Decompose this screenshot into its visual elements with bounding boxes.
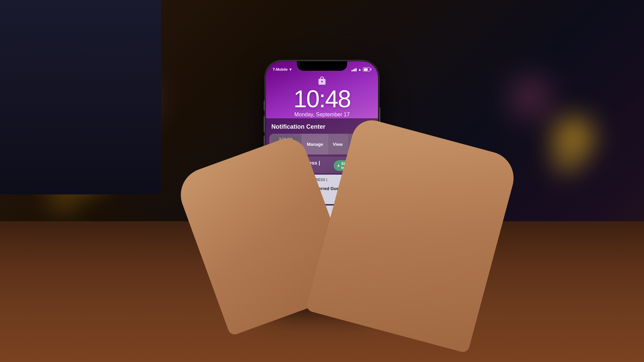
time-display: 10:48 Monday, September 17 — [266, 85, 378, 118]
clock-time: 10:48 — [266, 87, 378, 111]
carrier-label: T-Mobile ▼ — [273, 67, 292, 71]
clock-date: Monday, September 17 — [266, 112, 378, 118]
bokeh-light — [517, 84, 543, 111]
monitor-background — [0, 0, 161, 194]
view-button[interactable]: View — [328, 134, 347, 155]
lock-icon-area — [266, 73, 378, 85]
signal-strength-icon — [352, 67, 357, 71]
lock-icon — [317, 76, 327, 85]
notch — [297, 61, 347, 71]
phone-device: T-Mobile ▼ ▲ — [265, 60, 379, 302]
mute-button[interactable] — [264, 101, 265, 111]
chevron-up-icon: ∧ — [337, 164, 340, 168]
notification-center-title: Notification Center — [271, 123, 325, 130]
bokeh-light — [553, 117, 594, 158]
status-icons: ▲ — [352, 67, 371, 71]
wifi-icon: ▲ — [358, 67, 362, 71]
bokeh-light — [557, 151, 577, 171]
battery-icon — [363, 67, 371, 71]
volume-up-button[interactable] — [264, 116, 265, 132]
